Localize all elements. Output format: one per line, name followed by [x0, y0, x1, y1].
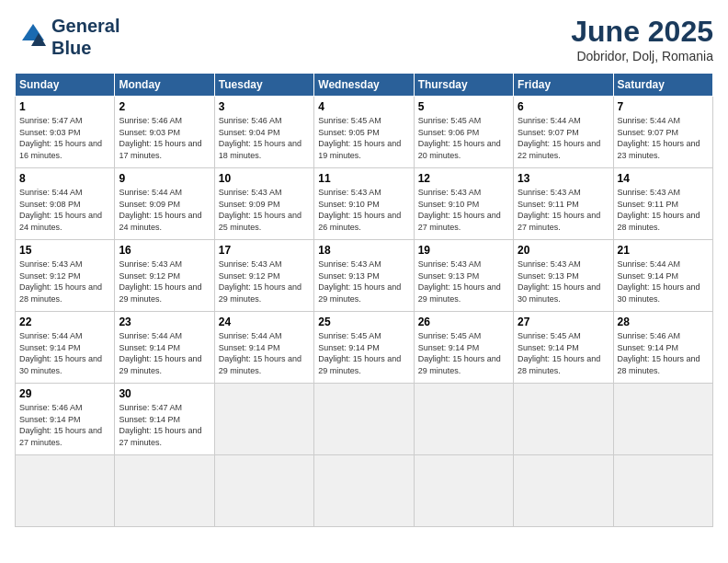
day-number: 4 — [318, 100, 409, 113]
day-number: 14 — [618, 172, 709, 185]
day-info: Sunrise: 5:44 AMSunset: 9:14 PMDaylight:… — [219, 330, 310, 376]
day-info: Sunrise: 5:44 AMSunset: 9:09 PMDaylight:… — [119, 187, 210, 233]
day-number: 21 — [618, 244, 709, 257]
day-info: Sunrise: 5:47 AMSunset: 9:03 PMDaylight:… — [19, 115, 110, 161]
calendar-cell: 3Sunrise: 5:46 AMSunset: 9:04 PMDaylight… — [214, 97, 313, 168]
logo-line1: General — [51, 16, 119, 36]
weekday-header-friday: Friday — [514, 74, 613, 97]
weekday-header-saturday: Saturday — [613, 74, 712, 97]
calendar-cell — [514, 455, 613, 527]
day-info: Sunrise: 5:43 AMSunset: 9:12 PMDaylight:… — [119, 259, 210, 304]
calendar-week-row: 29Sunrise: 5:46 AMSunset: 9:14 PMDayligh… — [16, 384, 713, 455]
header: General Blue June 2025 Dobridor, Dolj, R… — [15, 15, 713, 63]
calendar-cell — [613, 455, 712, 527]
calendar-cell — [16, 455, 115, 527]
title-block: June 2025 Dobridor, Dolj, Romania — [571, 15, 713, 63]
calendar-cell: 14Sunrise: 5:43 AMSunset: 9:11 PMDayligh… — [613, 168, 712, 240]
calendar-cell: 8Sunrise: 5:44 AMSunset: 9:08 PMDaylight… — [16, 168, 115, 240]
logo-line2: Blue — [51, 38, 91, 58]
calendar-cell: 17Sunrise: 5:43 AMSunset: 9:12 PMDayligh… — [214, 240, 313, 312]
calendar-cell — [414, 384, 513, 455]
calendar-cell: 13Sunrise: 5:43 AMSunset: 9:11 PMDayligh… — [514, 168, 613, 240]
calendar-table: SundayMondayTuesdayWednesdayThursdayFrid… — [15, 73, 713, 527]
calendar-cell — [514, 384, 613, 455]
logo-text: General Blue — [51, 15, 119, 59]
day-info: Sunrise: 5:43 AMSunset: 9:11 PMDaylight:… — [518, 187, 609, 233]
day-number: 27 — [518, 316, 609, 328]
calendar-week-row: 1Sunrise: 5:47 AMSunset: 9:03 PMDaylight… — [16, 97, 713, 168]
day-info: Sunrise: 5:45 AMSunset: 9:14 PMDaylight:… — [518, 330, 609, 376]
calendar-cell: 10Sunrise: 5:43 AMSunset: 9:09 PMDayligh… — [214, 168, 313, 240]
day-number: 20 — [518, 244, 609, 257]
calendar-cell: 4Sunrise: 5:45 AMSunset: 9:05 PMDaylight… — [314, 97, 414, 168]
day-info: Sunrise: 5:45 AMSunset: 9:05 PMDaylight:… — [318, 115, 409, 161]
calendar-cell — [314, 384, 414, 455]
day-number: 24 — [219, 316, 310, 328]
day-info: Sunrise: 5:45 AMSunset: 9:14 PMDaylight:… — [418, 330, 509, 376]
calendar-header-row: SundayMondayTuesdayWednesdayThursdayFrid… — [16, 74, 713, 97]
calendar-cell: 2Sunrise: 5:46 AMSunset: 9:03 PMDaylight… — [115, 97, 214, 168]
calendar-cell: 15Sunrise: 5:43 AMSunset: 9:12 PMDayligh… — [16, 240, 115, 312]
day-info: Sunrise: 5:46 AMSunset: 9:03 PMDaylight:… — [119, 115, 210, 161]
day-info: Sunrise: 5:44 AMSunset: 9:07 PMDaylight:… — [518, 115, 609, 161]
calendar-cell — [314, 455, 414, 527]
day-info: Sunrise: 5:43 AMSunset: 9:12 PMDaylight:… — [19, 259, 110, 304]
calendar-cell: 7Sunrise: 5:44 AMSunset: 9:07 PMDaylight… — [613, 97, 712, 168]
day-info: Sunrise: 5:44 AMSunset: 9:14 PMDaylight:… — [19, 330, 110, 376]
calendar-cell: 19Sunrise: 5:43 AMSunset: 9:13 PMDayligh… — [414, 240, 513, 312]
calendar-cell — [613, 384, 712, 455]
calendar-cell: 11Sunrise: 5:43 AMSunset: 9:10 PMDayligh… — [314, 168, 414, 240]
day-number: 25 — [318, 316, 409, 328]
day-info: Sunrise: 5:47 AMSunset: 9:14 PMDaylight:… — [119, 402, 210, 448]
calendar-cell: 23Sunrise: 5:44 AMSunset: 9:14 PMDayligh… — [115, 312, 214, 384]
day-info: Sunrise: 5:44 AMSunset: 9:08 PMDaylight:… — [19, 187, 110, 233]
day-number: 10 — [219, 172, 310, 185]
calendar-cell: 30Sunrise: 5:47 AMSunset: 9:14 PMDayligh… — [115, 384, 214, 455]
day-number: 13 — [518, 172, 609, 185]
day-info: Sunrise: 5:43 AMSunset: 9:09 PMDaylight:… — [219, 187, 310, 233]
calendar-cell: 22Sunrise: 5:44 AMSunset: 9:14 PMDayligh… — [16, 312, 115, 384]
calendar-cell: 28Sunrise: 5:46 AMSunset: 9:14 PMDayligh… — [613, 312, 712, 384]
day-info: Sunrise: 5:46 AMSunset: 9:04 PMDaylight:… — [219, 115, 310, 161]
weekday-header-sunday: Sunday — [16, 74, 115, 97]
calendar-cell: 5Sunrise: 5:45 AMSunset: 9:06 PMDaylight… — [414, 97, 513, 168]
day-info: Sunrise: 5:46 AMSunset: 9:14 PMDaylight:… — [19, 402, 110, 448]
calendar-cell: 25Sunrise: 5:45 AMSunset: 9:14 PMDayligh… — [314, 312, 414, 384]
calendar-cell — [115, 455, 214, 527]
calendar-cell: 1Sunrise: 5:47 AMSunset: 9:03 PMDaylight… — [16, 97, 115, 168]
calendar-week-row: 22Sunrise: 5:44 AMSunset: 9:14 PMDayligh… — [16, 312, 713, 384]
day-number: 29 — [19, 387, 110, 400]
month-title: June 2025 — [571, 15, 713, 49]
day-number: 17 — [219, 244, 310, 257]
day-number: 30 — [119, 387, 210, 400]
calendar-week-row: 8Sunrise: 5:44 AMSunset: 9:08 PMDaylight… — [16, 168, 713, 240]
weekday-header-wednesday: Wednesday — [314, 74, 414, 97]
day-number: 19 — [418, 244, 509, 257]
day-info: Sunrise: 5:46 AMSunset: 9:14 PMDaylight:… — [618, 330, 709, 376]
calendar-cell: 20Sunrise: 5:43 AMSunset: 9:13 PMDayligh… — [514, 240, 613, 312]
day-number: 9 — [119, 172, 210, 185]
calendar-cell: 12Sunrise: 5:43 AMSunset: 9:10 PMDayligh… — [414, 168, 513, 240]
day-info: Sunrise: 5:43 AMSunset: 9:13 PMDaylight:… — [318, 259, 409, 304]
calendar-cell — [414, 455, 513, 527]
location: Dobridor, Dolj, Romania — [571, 49, 713, 63]
day-number: 2 — [119, 100, 210, 113]
day-info: Sunrise: 5:44 AMSunset: 9:07 PMDaylight:… — [618, 115, 709, 161]
calendar-cell: 16Sunrise: 5:43 AMSunset: 9:12 PMDayligh… — [115, 240, 214, 312]
logo-icon — [15, 20, 48, 53]
day-info: Sunrise: 5:44 AMSunset: 9:14 PMDaylight:… — [618, 259, 709, 304]
calendar-cell: 18Sunrise: 5:43 AMSunset: 9:13 PMDayligh… — [314, 240, 414, 312]
day-info: Sunrise: 5:43 AMSunset: 9:12 PMDaylight:… — [219, 259, 310, 304]
calendar-week-row: 15Sunrise: 5:43 AMSunset: 9:12 PMDayligh… — [16, 240, 713, 312]
day-info: Sunrise: 5:43 AMSunset: 9:11 PMDaylight:… — [618, 187, 709, 233]
calendar-cell: 26Sunrise: 5:45 AMSunset: 9:14 PMDayligh… — [414, 312, 513, 384]
day-number: 1 — [19, 100, 110, 113]
day-info: Sunrise: 5:43 AMSunset: 9:10 PMDaylight:… — [418, 187, 509, 233]
calendar-cell: 27Sunrise: 5:45 AMSunset: 9:14 PMDayligh… — [514, 312, 613, 384]
day-info: Sunrise: 5:43 AMSunset: 9:10 PMDaylight:… — [318, 187, 409, 233]
day-number: 6 — [518, 100, 609, 113]
calendar-cell: 21Sunrise: 5:44 AMSunset: 9:14 PMDayligh… — [613, 240, 712, 312]
day-info: Sunrise: 5:45 AMSunset: 9:14 PMDaylight:… — [318, 330, 409, 376]
calendar-cell: 6Sunrise: 5:44 AMSunset: 9:07 PMDaylight… — [514, 97, 613, 168]
day-number: 22 — [19, 316, 110, 328]
